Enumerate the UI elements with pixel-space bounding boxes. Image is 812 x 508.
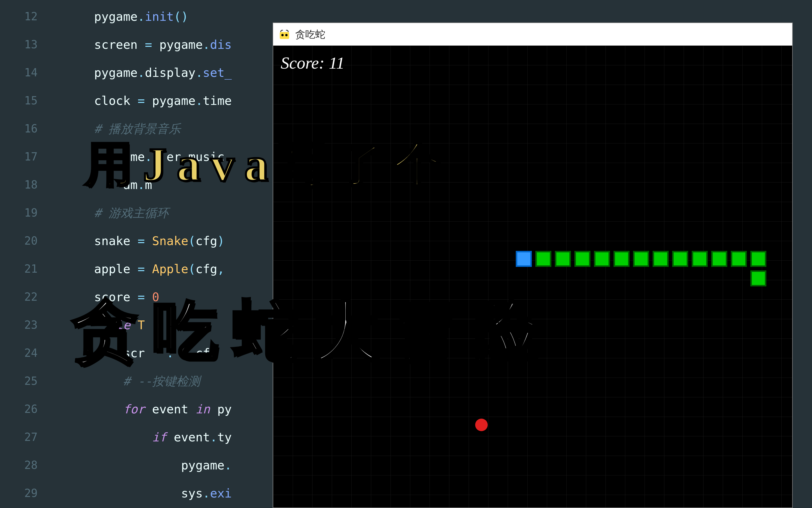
- svg-point-1: [281, 34, 284, 36]
- score-display: Score: 11: [281, 53, 345, 73]
- line-number: 14: [0, 58, 50, 87]
- svg-rect-0: [280, 32, 289, 39]
- line-number: 17: [0, 143, 50, 171]
- game-window: 贪吃蛇 Score: 11: [273, 23, 793, 508]
- line-number: 16: [0, 115, 50, 143]
- line-number: 25: [0, 367, 50, 395]
- snake-head: [516, 251, 532, 267]
- line-number: 29: [0, 479, 50, 507]
- line-number: 20: [0, 227, 50, 255]
- snake-segment: [614, 251, 629, 267]
- snake-segment: [692, 251, 708, 267]
- title-bar[interactable]: 贪吃蛇: [273, 23, 792, 46]
- line-number: 26: [0, 395, 50, 423]
- line-number: 21: [0, 255, 50, 283]
- line-number: 22: [0, 283, 50, 311]
- app-icon: [278, 28, 291, 41]
- snake-segment: [633, 251, 649, 267]
- window-title: 贪吃蛇: [295, 28, 325, 41]
- game-canvas[interactable]: Score: 11: [273, 46, 792, 508]
- snake-segment: [711, 251, 727, 267]
- snake-segment: [731, 251, 747, 267]
- line-number: 15: [0, 87, 50, 115]
- snake-segment: [535, 251, 551, 267]
- line-number: 13: [0, 31, 50, 58]
- snake-segment: [672, 251, 688, 267]
- snake-segment: [750, 270, 766, 287]
- score-value: 11: [329, 53, 345, 72]
- snake-segment: [653, 251, 669, 267]
- line-number: 23: [0, 311, 50, 339]
- snake-segment: [555, 251, 571, 267]
- snake-segment: [574, 251, 590, 267]
- line-number: 27: [0, 423, 50, 451]
- snake-segment: [594, 251, 610, 267]
- line-number: 28: [0, 451, 50, 479]
- score-label: Score:: [281, 53, 324, 72]
- line-number: 18: [0, 171, 50, 199]
- line-gutter: 121314151617181920212223242526272829: [0, 0, 50, 508]
- svg-point-2: [285, 34, 287, 36]
- food-item: [475, 419, 488, 431]
- snake-segment: [750, 251, 766, 267]
- line-number: 24: [0, 339, 50, 367]
- grid-lines: [273, 46, 792, 508]
- line-number: 12: [0, 2, 50, 31]
- line-number: 19: [0, 199, 50, 227]
